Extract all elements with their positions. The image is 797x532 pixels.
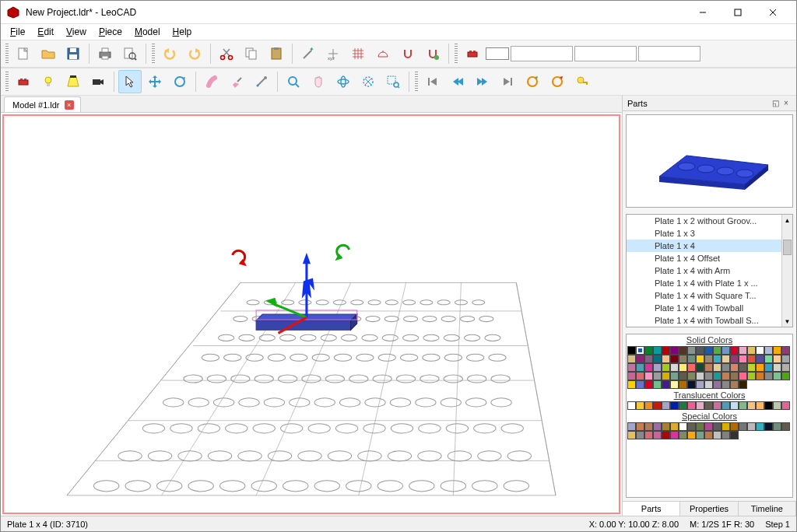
color-swatch[interactable] xyxy=(713,363,722,372)
color-swatch[interactable] xyxy=(756,372,764,380)
color-swatch[interactable] xyxy=(644,431,653,439)
toolbar-grip[interactable] xyxy=(5,44,9,64)
color-swatch[interactable] xyxy=(739,363,747,372)
color-swatch[interactable] xyxy=(696,355,704,363)
color-swatch[interactable] xyxy=(747,401,756,410)
color-swatch[interactable] xyxy=(764,401,773,410)
color-swatch[interactable] xyxy=(764,372,773,380)
color-swatch[interactable] xyxy=(730,372,739,380)
color-swatch[interactable] xyxy=(653,401,662,410)
color-swatch[interactable] xyxy=(627,422,636,431)
color-swatch[interactable] xyxy=(747,422,756,431)
color-swatch[interactable] xyxy=(687,372,696,380)
color-swatch[interactable] xyxy=(636,372,644,380)
color-swatch[interactable] xyxy=(756,346,764,355)
color-swatch[interactable] xyxy=(722,431,730,439)
color-swatch[interactable] xyxy=(662,372,670,380)
zoom-region-icon[interactable] xyxy=(381,70,405,93)
color-swatch[interactable] xyxy=(704,401,713,410)
cut-icon[interactable] xyxy=(215,42,238,65)
tab-parts[interactable]: Parts xyxy=(623,502,680,516)
color-swatch[interactable] xyxy=(636,401,644,410)
part-item[interactable]: Plate 1 x 3 xyxy=(627,227,781,240)
color-swatch[interactable] xyxy=(670,363,679,372)
color-swatch[interactable] xyxy=(679,363,687,372)
color-swatch[interactable] xyxy=(773,363,781,372)
color-swatch[interactable] xyxy=(696,363,704,372)
color-swatch[interactable] xyxy=(687,401,696,410)
color-swatch[interactable] xyxy=(679,431,687,439)
color-swatch[interactable] xyxy=(739,401,747,410)
color-swatch[interactable] xyxy=(636,355,644,363)
color-swatch[interactable] xyxy=(679,346,687,355)
color-swatch[interactable] xyxy=(722,372,730,380)
restore-icon[interactable]: ◱ xyxy=(770,98,781,109)
color-swatch[interactable] xyxy=(670,380,679,389)
tab-properties[interactable]: Properties xyxy=(680,502,738,516)
spotlight-icon[interactable] xyxy=(61,70,85,93)
color-swatch[interactable] xyxy=(756,401,764,410)
color-swatch[interactable] xyxy=(670,401,679,410)
color-swatch[interactable] xyxy=(644,422,653,431)
color-swatch[interactable] xyxy=(679,380,687,389)
color-swatch[interactable] xyxy=(644,401,653,410)
scroll-down-icon[interactable]: ▼ xyxy=(782,316,792,327)
color-swatch[interactable] xyxy=(730,401,739,410)
camera-icon[interactable] xyxy=(86,70,110,93)
first-step-icon[interactable] xyxy=(421,70,444,93)
undo-icon[interactable] xyxy=(158,42,181,65)
color-swatch[interactable] xyxy=(627,346,636,355)
part-item[interactable]: Plate 1 x 4 Offset xyxy=(627,252,781,264)
color-swatch[interactable] xyxy=(644,363,653,372)
roll-tool-icon[interactable] xyxy=(356,70,380,93)
color-swatch[interactable] xyxy=(653,380,662,389)
magic-wand-icon[interactable]: ✦ xyxy=(297,42,320,65)
color-swatch[interactable] xyxy=(636,422,644,431)
color-swatch[interactable] xyxy=(747,363,756,372)
color-swatch[interactable] xyxy=(662,401,670,410)
color-swatch[interactable] xyxy=(739,372,747,380)
part-item[interactable]: Plate 1 x 2 without Groov... xyxy=(627,215,781,227)
document-tab[interactable]: Model #1.ldr × xyxy=(4,96,81,112)
color-swatch[interactable] xyxy=(696,346,704,355)
menu-model[interactable]: Model xyxy=(128,25,167,39)
add-keys-icon[interactable] xyxy=(571,70,594,93)
snap-toggle-icon[interactable] xyxy=(421,42,444,65)
menu-piece[interactable]: Piece xyxy=(93,25,128,39)
color-swatch[interactable] xyxy=(764,355,773,363)
color-swatch[interactable] xyxy=(781,372,790,380)
color-swatch[interactable] xyxy=(781,363,790,372)
color-swatch[interactable] xyxy=(636,346,644,355)
part-item[interactable]: Plate 1 x 4 with Square T... xyxy=(627,289,781,302)
color-swatch[interactable] xyxy=(773,422,781,431)
color-swatch[interactable] xyxy=(653,372,662,380)
menu-view[interactable]: View xyxy=(60,25,93,39)
color-swatch[interactable] xyxy=(747,372,756,380)
new-file-icon[interactable] xyxy=(12,42,35,65)
color-swatch[interactable] xyxy=(679,355,687,363)
redo-icon[interactable] xyxy=(183,42,206,65)
color-swatch[interactable] xyxy=(627,355,636,363)
minimize-button[interactable] xyxy=(685,2,720,23)
color-swatch[interactable] xyxy=(730,363,739,372)
open-file-icon[interactable] xyxy=(37,42,60,65)
color-swatch[interactable] xyxy=(636,431,644,439)
color-swatch[interactable] xyxy=(704,355,713,363)
part-item[interactable]: Plate 1 x 4 with Towball xyxy=(627,302,781,314)
color-swatch[interactable] xyxy=(687,355,696,363)
menu-file[interactable]: File xyxy=(4,25,31,39)
color-swatch[interactable] xyxy=(730,380,739,389)
color-swatch[interactable] xyxy=(781,346,790,355)
orbit-tool-icon[interactable] xyxy=(332,70,355,93)
color-swatch[interactable] xyxy=(687,363,696,372)
color-swatch[interactable] xyxy=(704,372,713,380)
color-swatch[interactable] xyxy=(704,346,713,355)
remove-piece-icon[interactable] xyxy=(461,42,484,65)
part-item[interactable]: Plate 1 x 4 with Arm xyxy=(627,264,781,277)
current-color-swatch[interactable] xyxy=(486,47,509,60)
color-swatch[interactable] xyxy=(722,422,730,431)
part-item[interactable]: Plate 1 x 4 with Towball S... xyxy=(627,314,781,327)
tab-timeline[interactable]: Timeline xyxy=(739,502,796,516)
color-swatch[interactable] xyxy=(713,380,722,389)
menu-help[interactable]: Help xyxy=(167,25,198,39)
